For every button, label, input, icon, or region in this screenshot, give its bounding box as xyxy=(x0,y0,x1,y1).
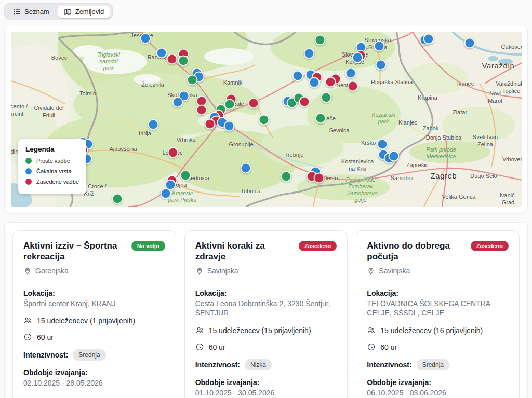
period-label: Obdobje izvajanja: xyxy=(23,368,165,377)
map-marker-wait[interactable] xyxy=(345,68,356,79)
participants-row: 15 udeležencev (15 prijavljenih) xyxy=(195,326,337,335)
map-marker-wait[interactable] xyxy=(376,60,387,71)
map-marker-wait[interactable] xyxy=(423,34,434,45)
map-marker-wait[interactable] xyxy=(389,151,400,162)
map-marker-full[interactable] xyxy=(348,81,358,92)
period-label: Obdobje izvajanja: xyxy=(367,378,509,387)
map-marker-wait[interactable] xyxy=(374,41,385,52)
divider xyxy=(23,282,165,282)
duration-row: 60 ur xyxy=(23,333,165,341)
card-header: Aktivni izziv – Športna rekreacija Na vo… xyxy=(23,240,165,263)
participants-icon xyxy=(367,326,376,335)
map-marker-free[interactable] xyxy=(180,170,191,181)
map-marker-full[interactable] xyxy=(168,147,179,158)
activity-card: Aktivni izziv – Športna rekreacija Na vo… xyxy=(12,230,176,398)
status-badge: Zasedeno xyxy=(471,241,509,251)
participants-row: 15 udeležencev (1 prijavljenih) xyxy=(23,316,165,325)
map[interactable]: Triglavski narodni parkBovecTolminŽelezn… xyxy=(11,32,522,207)
location-pin-icon xyxy=(195,267,204,275)
participants-icon xyxy=(195,326,204,335)
map-marker-wait[interactable] xyxy=(352,52,363,63)
map-marker-full[interactable] xyxy=(314,173,325,184)
map-marker-free[interactable] xyxy=(178,56,189,66)
map-marker-full[interactable] xyxy=(248,98,259,109)
divider xyxy=(195,282,337,282)
period-value: 01.10.2025 - 30.05.2026 xyxy=(195,388,337,398)
map-marker-wait[interactable] xyxy=(241,163,251,174)
map-marker-free[interactable] xyxy=(281,171,292,182)
activity-title: Aktivni koraki za zdravje xyxy=(195,240,294,263)
list-view-button[interactable]: Seznam xyxy=(6,5,56,18)
location-label: Lokacija: xyxy=(367,289,509,297)
map-marker-wait[interactable] xyxy=(224,121,235,132)
clock-icon xyxy=(195,342,204,351)
map-marker-wait[interactable] xyxy=(148,119,159,130)
legend-dot xyxy=(25,168,32,174)
participants-value: 15 udeležencev (1 prijavljenih) xyxy=(37,317,135,325)
location-value: TELOVADNICA ŠOLSKEGA CENTRA CELJE, SŠSDL… xyxy=(367,299,509,319)
list-icon xyxy=(13,8,21,16)
duration-row: 60 ur xyxy=(367,342,509,351)
intensity-row: Intenzivnost: Nizka xyxy=(195,359,337,370)
location-section: Lokacija: TELOVADNICA ŠOLSKEGA CENTRA CE… xyxy=(367,289,509,319)
cards-grid: Aktivni izziv – Športna rekreacija Na vo… xyxy=(12,230,520,398)
activity-title: Aktivno do dobrega počutja xyxy=(367,240,465,263)
region-label: Savinjska xyxy=(379,267,410,275)
divider xyxy=(367,282,509,282)
duration-value: 60 ur xyxy=(37,333,54,341)
intensity-badge: Srednja xyxy=(73,349,105,361)
intensity-label: Intenzivnost: xyxy=(367,361,411,369)
map-marker-wait[interactable] xyxy=(464,38,475,49)
participants-value: 15 udeležencev (15 prijavljenih) xyxy=(209,326,311,335)
intensity-label: Intenzivnost: xyxy=(195,361,240,369)
activity-region: Gorenjska xyxy=(23,267,165,275)
duration-value: 60 ur xyxy=(380,343,397,351)
location-pin-icon xyxy=(23,267,32,275)
participants-row: 15 udeležencev (16 prijavljenih) xyxy=(367,326,509,335)
list-view-label: Seznam xyxy=(24,8,49,16)
map-marker-free[interactable] xyxy=(315,35,326,46)
duration-value: 60 ur xyxy=(209,343,225,351)
map-marker-full[interactable] xyxy=(205,119,216,130)
legend-item: Čakalna vrsta xyxy=(25,168,79,174)
map-icon xyxy=(64,8,72,16)
activity-region: Savinjska xyxy=(367,267,509,275)
map-marker-wait[interactable] xyxy=(140,33,151,44)
map-marker-wait[interactable] xyxy=(156,48,167,59)
period-section: Obdobje izvajanja: 02.10.2025 - 28.05.20… xyxy=(23,368,165,388)
map-marker-wait[interactable] xyxy=(304,48,315,59)
legend-title: Legenda xyxy=(25,145,79,153)
map-marker-free[interactable] xyxy=(321,92,332,103)
legend-dot xyxy=(25,179,32,185)
map-marker-wait[interactable] xyxy=(309,77,320,88)
map-marker-full[interactable] xyxy=(299,97,310,107)
map-marker-free[interactable] xyxy=(259,115,270,126)
map-marker-wait[interactable] xyxy=(161,188,171,199)
location-label: Lokacija: xyxy=(23,289,165,297)
map-marker-free[interactable] xyxy=(112,194,123,204)
map-marker-full[interactable] xyxy=(325,77,336,88)
legend-items: Proste vadbeČakalna vrstaZasedene vadbe xyxy=(25,158,79,185)
status-badge: Na voljo xyxy=(131,241,165,251)
participants-value: 15 udeležencev (16 prijavljenih) xyxy=(380,326,483,335)
map-panel: Triglavski narodni parkBovecTolminŽelezn… xyxy=(4,25,528,213)
map-view-label: Zemljevid xyxy=(75,8,104,16)
activity-region: Savinjska xyxy=(195,267,337,275)
period-value: 02.10.2025 - 28.05.2026 xyxy=(23,378,165,388)
intensity-badge: Srednja xyxy=(417,359,449,370)
activity-title: Aktivni izziv – Športna rekreacija xyxy=(23,240,126,263)
participants-icon xyxy=(23,316,32,325)
region-label: Savinjska xyxy=(207,267,238,275)
map-marker-free[interactable] xyxy=(187,75,198,86)
map-marker-wait[interactable] xyxy=(172,97,183,108)
map-marker-full[interactable] xyxy=(196,105,207,116)
map-marker-wait[interactable] xyxy=(292,71,303,81)
map-marker-wait[interactable] xyxy=(377,139,388,150)
map-view-button[interactable]: Zemljevid xyxy=(57,5,111,18)
card-header: Aktivno do dobrega počutja Zasedeno xyxy=(367,240,509,263)
map-marker-free[interactable] xyxy=(315,113,326,124)
map-marker-full[interactable] xyxy=(167,54,178,65)
location-label: Lokacija: xyxy=(195,289,337,297)
clock-icon xyxy=(23,333,32,341)
intensity-row: Intenzivnost: Srednja xyxy=(23,349,165,361)
